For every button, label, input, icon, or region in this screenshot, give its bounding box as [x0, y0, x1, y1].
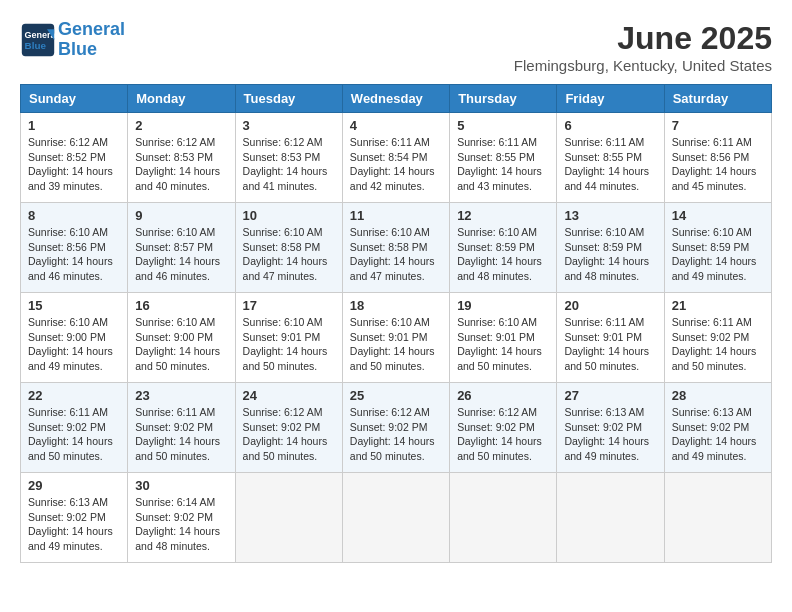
calendar-cell: 4Sunrise: 6:11 AMSunset: 8:54 PMDaylight… — [342, 113, 449, 203]
location: Flemingsburg, Kentucky, United States — [514, 57, 772, 74]
day-number: 18 — [350, 298, 442, 313]
calendar-cell: 13Sunrise: 6:10 AMSunset: 8:59 PMDayligh… — [557, 203, 664, 293]
calendar-week-3: 15Sunrise: 6:10 AMSunset: 9:00 PMDayligh… — [21, 293, 772, 383]
day-number: 5 — [457, 118, 549, 133]
calendar-cell: 3Sunrise: 6:12 AMSunset: 8:53 PMDaylight… — [235, 113, 342, 203]
day-number: 22 — [28, 388, 120, 403]
day-number: 30 — [135, 478, 227, 493]
calendar-cell: 2Sunrise: 6:12 AMSunset: 8:53 PMDaylight… — [128, 113, 235, 203]
calendar-cell — [342, 473, 449, 563]
calendar-cell — [235, 473, 342, 563]
day-number: 17 — [243, 298, 335, 313]
day-info: Sunrise: 6:11 AMSunset: 8:56 PMDaylight:… — [672, 135, 764, 194]
day-number: 27 — [564, 388, 656, 403]
calendar-header: SundayMondayTuesdayWednesdayThursdayFrid… — [21, 85, 772, 113]
day-number: 14 — [672, 208, 764, 223]
day-info: Sunrise: 6:10 AMSunset: 9:01 PMDaylight:… — [350, 315, 442, 374]
day-header-thursday: Thursday — [450, 85, 557, 113]
calendar-cell: 8Sunrise: 6:10 AMSunset: 8:56 PMDaylight… — [21, 203, 128, 293]
calendar-table: SundayMondayTuesdayWednesdayThursdayFrid… — [20, 84, 772, 563]
calendar-week-4: 22Sunrise: 6:11 AMSunset: 9:02 PMDayligh… — [21, 383, 772, 473]
calendar-week-2: 8Sunrise: 6:10 AMSunset: 8:56 PMDaylight… — [21, 203, 772, 293]
calendar-cell: 22Sunrise: 6:11 AMSunset: 9:02 PMDayligh… — [21, 383, 128, 473]
day-number: 25 — [350, 388, 442, 403]
day-info: Sunrise: 6:11 AMSunset: 9:02 PMDaylight:… — [672, 315, 764, 374]
day-info: Sunrise: 6:10 AMSunset: 8:57 PMDaylight:… — [135, 225, 227, 284]
calendar-cell — [450, 473, 557, 563]
day-info: Sunrise: 6:12 AMSunset: 9:02 PMDaylight:… — [243, 405, 335, 464]
day-header-wednesday: Wednesday — [342, 85, 449, 113]
calendar-cell: 7Sunrise: 6:11 AMSunset: 8:56 PMDaylight… — [664, 113, 771, 203]
day-number: 29 — [28, 478, 120, 493]
calendar-cell: 29Sunrise: 6:13 AMSunset: 9:02 PMDayligh… — [21, 473, 128, 563]
calendar-cell: 21Sunrise: 6:11 AMSunset: 9:02 PMDayligh… — [664, 293, 771, 383]
day-number: 19 — [457, 298, 549, 313]
calendar-cell: 23Sunrise: 6:11 AMSunset: 9:02 PMDayligh… — [128, 383, 235, 473]
calendar-cell — [664, 473, 771, 563]
calendar-cell: 10Sunrise: 6:10 AMSunset: 8:58 PMDayligh… — [235, 203, 342, 293]
calendar-body: 1Sunrise: 6:12 AMSunset: 8:52 PMDaylight… — [21, 113, 772, 563]
calendar-cell: 30Sunrise: 6:14 AMSunset: 9:02 PMDayligh… — [128, 473, 235, 563]
day-number: 20 — [564, 298, 656, 313]
day-info: Sunrise: 6:13 AMSunset: 9:02 PMDaylight:… — [564, 405, 656, 464]
day-info: Sunrise: 6:10 AMSunset: 9:00 PMDaylight:… — [135, 315, 227, 374]
logo-text: GeneralBlue — [58, 20, 125, 60]
day-number: 8 — [28, 208, 120, 223]
day-info: Sunrise: 6:10 AMSunset: 9:01 PMDaylight:… — [243, 315, 335, 374]
calendar-cell: 11Sunrise: 6:10 AMSunset: 8:58 PMDayligh… — [342, 203, 449, 293]
calendar-cell: 9Sunrise: 6:10 AMSunset: 8:57 PMDaylight… — [128, 203, 235, 293]
calendar-cell: 16Sunrise: 6:10 AMSunset: 9:00 PMDayligh… — [128, 293, 235, 383]
calendar-week-5: 29Sunrise: 6:13 AMSunset: 9:02 PMDayligh… — [21, 473, 772, 563]
day-header-sunday: Sunday — [21, 85, 128, 113]
day-info: Sunrise: 6:13 AMSunset: 9:02 PMDaylight:… — [672, 405, 764, 464]
calendar-cell — [557, 473, 664, 563]
day-header-monday: Monday — [128, 85, 235, 113]
calendar-cell: 27Sunrise: 6:13 AMSunset: 9:02 PMDayligh… — [557, 383, 664, 473]
day-info: Sunrise: 6:10 AMSunset: 8:59 PMDaylight:… — [672, 225, 764, 284]
calendar-cell: 28Sunrise: 6:13 AMSunset: 9:02 PMDayligh… — [664, 383, 771, 473]
calendar-cell: 26Sunrise: 6:12 AMSunset: 9:02 PMDayligh… — [450, 383, 557, 473]
day-number: 24 — [243, 388, 335, 403]
day-number: 2 — [135, 118, 227, 133]
day-info: Sunrise: 6:12 AMSunset: 9:02 PMDaylight:… — [457, 405, 549, 464]
day-number: 13 — [564, 208, 656, 223]
svg-text:Blue: Blue — [25, 40, 47, 51]
logo-icon: General Blue — [20, 22, 56, 58]
day-number: 28 — [672, 388, 764, 403]
day-number: 4 — [350, 118, 442, 133]
day-info: Sunrise: 6:10 AMSunset: 9:01 PMDaylight:… — [457, 315, 549, 374]
calendar-cell: 15Sunrise: 6:10 AMSunset: 9:00 PMDayligh… — [21, 293, 128, 383]
day-number: 12 — [457, 208, 549, 223]
calendar-cell: 20Sunrise: 6:11 AMSunset: 9:01 PMDayligh… — [557, 293, 664, 383]
day-number: 26 — [457, 388, 549, 403]
day-info: Sunrise: 6:10 AMSunset: 9:00 PMDaylight:… — [28, 315, 120, 374]
header-row: SundayMondayTuesdayWednesdayThursdayFrid… — [21, 85, 772, 113]
day-info: Sunrise: 6:10 AMSunset: 8:59 PMDaylight:… — [457, 225, 549, 284]
day-info: Sunrise: 6:11 AMSunset: 8:55 PMDaylight:… — [457, 135, 549, 194]
day-info: Sunrise: 6:12 AMSunset: 8:52 PMDaylight:… — [28, 135, 120, 194]
day-number: 23 — [135, 388, 227, 403]
day-info: Sunrise: 6:11 AMSunset: 9:01 PMDaylight:… — [564, 315, 656, 374]
logo: General Blue GeneralBlue — [20, 20, 125, 60]
calendar-cell: 25Sunrise: 6:12 AMSunset: 9:02 PMDayligh… — [342, 383, 449, 473]
day-number: 21 — [672, 298, 764, 313]
day-header-saturday: Saturday — [664, 85, 771, 113]
day-info: Sunrise: 6:11 AMSunset: 8:55 PMDaylight:… — [564, 135, 656, 194]
calendar-week-1: 1Sunrise: 6:12 AMSunset: 8:52 PMDaylight… — [21, 113, 772, 203]
calendar-cell: 12Sunrise: 6:10 AMSunset: 8:59 PMDayligh… — [450, 203, 557, 293]
day-info: Sunrise: 6:11 AMSunset: 9:02 PMDaylight:… — [135, 405, 227, 464]
day-number: 11 — [350, 208, 442, 223]
calendar-cell: 17Sunrise: 6:10 AMSunset: 9:01 PMDayligh… — [235, 293, 342, 383]
day-header-friday: Friday — [557, 85, 664, 113]
day-info: Sunrise: 6:14 AMSunset: 9:02 PMDaylight:… — [135, 495, 227, 554]
day-info: Sunrise: 6:12 AMSunset: 8:53 PMDaylight:… — [135, 135, 227, 194]
day-info: Sunrise: 6:10 AMSunset: 8:58 PMDaylight:… — [243, 225, 335, 284]
calendar-cell: 1Sunrise: 6:12 AMSunset: 8:52 PMDaylight… — [21, 113, 128, 203]
calendar-cell: 14Sunrise: 6:10 AMSunset: 8:59 PMDayligh… — [664, 203, 771, 293]
day-number: 7 — [672, 118, 764, 133]
day-info: Sunrise: 6:10 AMSunset: 8:59 PMDaylight:… — [564, 225, 656, 284]
calendar-cell: 5Sunrise: 6:11 AMSunset: 8:55 PMDaylight… — [450, 113, 557, 203]
day-number: 15 — [28, 298, 120, 313]
day-number: 10 — [243, 208, 335, 223]
day-number: 16 — [135, 298, 227, 313]
